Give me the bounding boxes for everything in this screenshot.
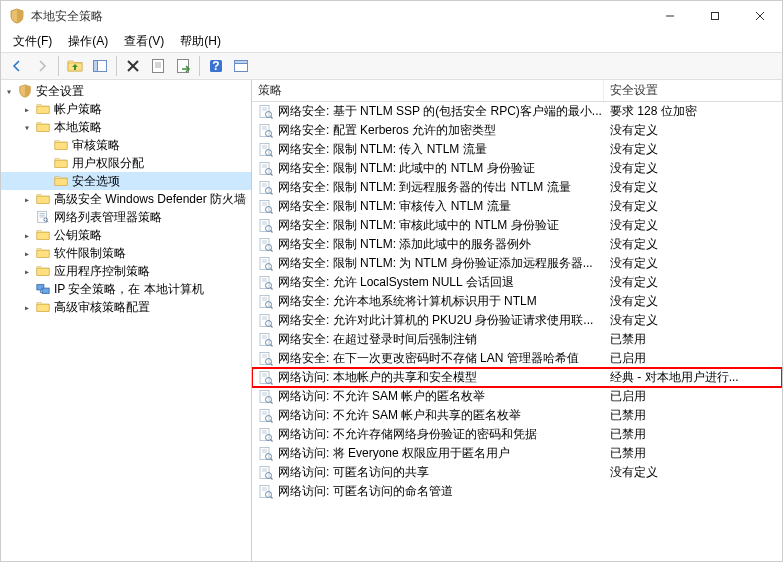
policy-row[interactable]: 网络安全: 限制 NTLM: 到远程服务器的传出 NTLM 流量没有定义 <box>252 178 782 197</box>
policy-icon <box>258 351 274 367</box>
tree-item-0[interactable]: ▸帐户策略 <box>1 100 251 118</box>
column-policy[interactable]: 策略 <box>252 80 604 101</box>
tree-root[interactable]: ▾安全设置 <box>1 82 251 100</box>
export-list-button[interactable] <box>171 54 195 78</box>
delete-button[interactable] <box>121 54 145 78</box>
policy-row[interactable]: 网络安全: 允许 LocalSystem NULL 会话回退没有定义 <box>252 273 782 292</box>
policy-row[interactable]: 网络安全: 配置 Kerberos 允许的加密类型没有定义 <box>252 121 782 140</box>
expander-icon[interactable]: ▸ <box>19 230 35 241</box>
svg-rect-19 <box>94 61 98 72</box>
policy-row[interactable]: 网络安全: 在超过登录时间后强制注销已禁用 <box>252 330 782 349</box>
minimize-button[interactable] <box>647 1 692 31</box>
policy-row[interactable]: 网络访问: 不允许 SAM 帐户的匿名枚举已启用 <box>252 387 782 406</box>
policy-row[interactable]: 网络安全: 限制 NTLM: 为 NTLM 身份验证添加远程服务器...没有定义 <box>252 254 782 273</box>
menu-action[interactable]: 操作(A) <box>60 31 116 52</box>
tree-label: 用户权限分配 <box>72 155 144 172</box>
tree-pane[interactable]: ▾安全设置▸帐户策略▾本地策略审核策略用户权限分配安全选项▸高级安全 Windo… <box>1 80 252 561</box>
policy-row[interactable]: 网络安全: 基于 NTLM SSP 的(包括安全 RPC)客户端的最小...要求… <box>252 102 782 121</box>
policy-icon <box>258 104 274 120</box>
toolbar: ? <box>1 52 782 80</box>
expander-icon[interactable]: ▾ <box>19 122 35 133</box>
expander-icon[interactable]: ▸ <box>19 266 35 277</box>
policy-icon <box>258 142 274 158</box>
tree-item-5[interactable]: ▸软件限制策略 <box>1 244 251 262</box>
properties-button[interactable] <box>146 54 170 78</box>
policy-row[interactable]: 网络安全: 允许本地系统将计算机标识用于 NTLM没有定义 <box>252 292 782 311</box>
tree-label: 安全设置 <box>36 83 84 100</box>
column-setting[interactable]: 安全设置 <box>604 80 782 101</box>
policy-row[interactable]: 网络安全: 限制 NTLM: 添加此域中的服务器例外没有定义 <box>252 235 782 254</box>
policy-setting: 没有定义 <box>604 312 782 329</box>
policy-row[interactable]: 网络访问: 不允许存储网络身份验证的密码和凭据已禁用 <box>252 425 782 444</box>
tree-item-2[interactable]: ▸高级安全 Windows Defender 防火墙 <box>1 190 251 208</box>
policy-name: 网络安全: 配置 Kerberos 允许的加密类型 <box>278 122 496 139</box>
policy-row[interactable]: 网络访问: 将 Everyone 权限应用于匿名用户已禁用 <box>252 444 782 463</box>
policy-setting: 没有定义 <box>604 236 782 253</box>
policy-setting: 没有定义 <box>604 274 782 291</box>
tree-item-1-0[interactable]: 审核策略 <box>1 136 251 154</box>
tree-item-1-2[interactable]: 安全选项 <box>1 172 251 190</box>
tree-item-4[interactable]: ▸公钥策略 <box>1 226 251 244</box>
tree-label: 本地策略 <box>54 119 102 136</box>
close-button[interactable] <box>737 1 782 31</box>
policy-name: 网络安全: 限制 NTLM: 添加此域中的服务器例外 <box>278 236 531 253</box>
list-header: 策略 安全设置 <box>252 80 782 102</box>
policy-icon <box>258 275 274 291</box>
expander-icon[interactable]: ▸ <box>19 248 35 259</box>
folder-icon <box>35 119 51 135</box>
help-button[interactable]: ? <box>204 54 228 78</box>
tree-item-3[interactable]: 网络列表管理器策略 <box>1 208 251 226</box>
folder-icon <box>35 245 51 261</box>
tree-item-7[interactable]: IP 安全策略，在 本地计算机 <box>1 280 251 298</box>
tree-label: 帐户策略 <box>54 101 102 118</box>
folder-icon <box>35 101 51 117</box>
policy-icon <box>258 123 274 139</box>
policy-row[interactable]: 网络安全: 限制 NTLM: 审核此域中的 NTLM 身份验证没有定义 <box>252 216 782 235</box>
policy-name: 网络访问: 可匿名访问的命名管道 <box>278 483 453 500</box>
policy-row[interactable]: 网络访问: 可匿名访问的命名管道 <box>252 482 782 501</box>
expander-icon[interactable]: ▸ <box>19 302 35 313</box>
policy-row[interactable]: 网络安全: 限制 NTLM: 传入 NTLM 流量没有定义 <box>252 140 782 159</box>
policy-setting: 已禁用 <box>604 426 782 443</box>
expander-icon[interactable]: ▾ <box>1 86 17 97</box>
show-hide-tree-button[interactable] <box>88 54 112 78</box>
policy-name: 网络访问: 不允许存储网络身份验证的密码和凭据 <box>278 426 537 443</box>
policy-name: 网络安全: 限制 NTLM: 传入 NTLM 流量 <box>278 141 487 158</box>
policy-icon <box>258 237 274 253</box>
policy-icon <box>258 332 274 348</box>
tree-item-8[interactable]: ▸高级审核策略配置 <box>1 298 251 316</box>
policy-row[interactable]: 网络安全: 限制 NTLM: 此域中的 NTLM 身份验证没有定义 <box>252 159 782 178</box>
policy-name: 网络安全: 在下一次更改密码时不存储 LAN 管理器哈希值 <box>278 350 579 367</box>
expander-icon[interactable]: ▸ <box>19 104 35 115</box>
menu-file[interactable]: 文件(F) <box>5 31 60 52</box>
refresh-list-button[interactable] <box>229 54 253 78</box>
shield-icon <box>17 83 33 99</box>
back-button[interactable] <box>5 54 29 78</box>
policy-row[interactable]: 网络安全: 限制 NTLM: 审核传入 NTLM 流量没有定义 <box>252 197 782 216</box>
policy-row[interactable]: 网络访问: 不允许 SAM 帐户和共享的匿名枚举已禁用 <box>252 406 782 425</box>
tree-item-1[interactable]: ▾本地策略 <box>1 118 251 136</box>
policy-row[interactable]: 网络访问: 本地帐户的共享和安全模型经典 - 对本地用户进行... <box>252 368 782 387</box>
folder-icon <box>35 227 51 243</box>
policy-setting: 没有定义 <box>604 464 782 481</box>
folder-icon <box>35 191 51 207</box>
expander-icon[interactable]: ▸ <box>19 194 35 205</box>
policy-name: 网络安全: 限制 NTLM: 为 NTLM 身份验证添加远程服务器... <box>278 255 593 272</box>
tree-item-6[interactable]: ▸应用程序控制策略 <box>1 262 251 280</box>
policy-setting: 已启用 <box>604 350 782 367</box>
menu-view[interactable]: 查看(V) <box>116 31 172 52</box>
menu-help[interactable]: 帮助(H) <box>172 31 229 52</box>
policy-name: 网络安全: 在超过登录时间后强制注销 <box>278 331 477 348</box>
list-body[interactable]: 网络安全: 基于 NTLM SSP 的(包括安全 RPC)客户端的最小...要求… <box>252 102 782 561</box>
tree-item-1-1[interactable]: 用户权限分配 <box>1 154 251 172</box>
forward-button[interactable] <box>30 54 54 78</box>
maximize-button[interactable] <box>692 1 737 31</box>
policy-row[interactable]: 网络访问: 可匿名访问的共享没有定义 <box>252 463 782 482</box>
tree-label: 高级审核策略配置 <box>54 299 150 316</box>
up-folder-button[interactable] <box>63 54 87 78</box>
policy-setting: 已禁用 <box>604 407 782 424</box>
policy-row[interactable]: 网络安全: 在下一次更改密码时不存储 LAN 管理器哈希值已启用 <box>252 349 782 368</box>
policy-row[interactable]: 网络安全: 允许对此计算机的 PKU2U 身份验证请求使用联...没有定义 <box>252 311 782 330</box>
svg-rect-22 <box>153 60 164 73</box>
svg-text:?: ? <box>212 59 219 73</box>
